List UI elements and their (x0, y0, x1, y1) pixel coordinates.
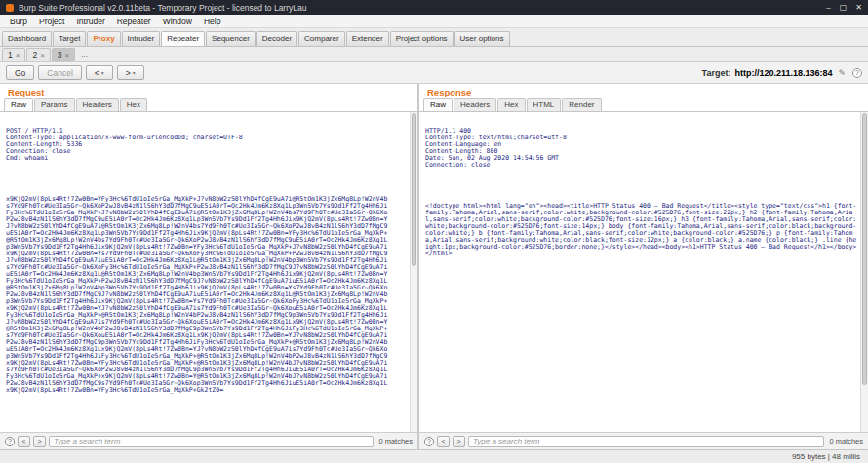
tab-proxy[interactable]: Proxy (87, 31, 120, 46)
response-headers-text: HTTP/1.1 400 Content-Type: text/html;cha… (425, 128, 857, 169)
repeater-tab-1-label: 1 (8, 50, 13, 59)
request-editor-tabs: Raw Params Headers Hex (0, 97, 417, 112)
target-label: Target: (702, 68, 731, 78)
response-tab-headers[interactable]: Headers (454, 98, 496, 111)
request-headers-text: POST / HTTP/1.1 Content-Type: applicatio… (6, 128, 407, 162)
chevron-down-icon: ▾ (133, 69, 136, 76)
window-title: Burp Suite Professional v2.0.11beta - Te… (19, 3, 821, 13)
response-scrollbar-thumb[interactable] (862, 113, 867, 385)
response-tab-raw[interactable]: Raw (423, 98, 453, 111)
tab-extender[interactable]: Extender (346, 31, 389, 46)
repeater-tab-3-label: 3 (58, 50, 62, 59)
burp-suite-window: Burp Suite Professional v2.0.11beta - Te… (0, 0, 868, 463)
search-next-button[interactable]: > (33, 436, 46, 447)
close-tab-icon[interactable]: × (65, 51, 70, 59)
repeater-tab-3[interactable]: 3 × (52, 48, 75, 61)
response-body-text: <!doctype html><html lang="en"><head><ti… (425, 203, 857, 257)
close-button[interactable]: ✕ (855, 3, 862, 12)
tab-project-options[interactable]: Project options (390, 31, 454, 46)
message-panes: Request Raw Params Headers Hex POST / HT… (0, 84, 868, 449)
maximize-button[interactable]: ▢ (840, 3, 848, 12)
cancel-button[interactable]: Cancel (38, 65, 81, 80)
response-search-bar: ? < > 0 matches (419, 432, 868, 449)
help-icon[interactable]: ? (852, 68, 862, 78)
request-pane: Request Raw Params Headers Hex POST / HT… (0, 84, 417, 449)
request-search-bar: ? < > 0 matches (0, 432, 417, 449)
tab-sequencer[interactable]: Sequencer (206, 31, 256, 46)
repeater-tab-2[interactable]: 2 × (26, 48, 50, 61)
response-tab-hex[interactable]: Hex (497, 98, 525, 111)
request-header: Request (0, 84, 417, 97)
menubar: Burp Project Intruder Repeater Window He… (0, 15, 868, 28)
search-help-icon[interactable]: ? (5, 437, 15, 446)
menu-burp[interactable]: Burp (4, 17, 33, 26)
search-next-button[interactable]: > (453, 436, 465, 447)
response-message: HTTP/1.1 400 Content-Type: text/html;cha… (425, 114, 857, 430)
edit-target-icon[interactable]: ✎ (838, 68, 846, 78)
repeater-tab-bar: 1 × 2 × 3 × ... (0, 47, 868, 62)
response-pane: Response Raw Headers Hex HTML Render HTT… (419, 84, 868, 449)
search-prev-button[interactable]: < (18, 436, 30, 447)
main-tab-bar: Dashboard Target Proxy Intruder Repeater… (0, 28, 868, 47)
chevron-down-icon: ▾ (101, 69, 104, 76)
request-body-text: x9KjQ2mV(8pLs4Rt!7Zw0Bn=YFy3Hc%6TdU1oIe5… (6, 196, 407, 394)
repeater-toolbar: Go Cancel < ▾ > ▾ Target: http://120.211… (0, 62, 868, 84)
request-search-input[interactable] (49, 436, 374, 447)
menu-intruder[interactable]: Intruder (70, 17, 110, 26)
minimize-button[interactable]: – (826, 3, 830, 12)
statusbar: 955 bytes | 48 millis (0, 449, 868, 463)
request-tab-params[interactable]: Params (34, 98, 75, 111)
close-tab-icon[interactable]: × (16, 51, 20, 59)
tab-user-options[interactable]: User options (454, 31, 510, 46)
request-message: POST / HTTP/1.1 Content-Type: applicatio… (6, 114, 407, 430)
tab-target[interactable]: Target (53, 31, 86, 46)
response-search-matches: 0 matches (827, 437, 863, 445)
response-search-input[interactable] (468, 436, 824, 447)
titlebar: Burp Suite Professional v2.0.11beta - Te… (0, 0, 868, 15)
tab-intruder[interactable]: Intruder (122, 31, 161, 46)
request-tab-raw[interactable]: Raw (4, 98, 33, 111)
search-help-icon[interactable]: ? (424, 437, 434, 446)
response-tab-html[interactable]: HTML (527, 98, 562, 111)
request-title: Request (8, 87, 44, 97)
burp-app-icon (6, 4, 14, 12)
tab-decoder[interactable]: Decoder (256, 31, 297, 46)
history-forward-label: > (126, 68, 131, 78)
history-back-label: < (95, 68, 99, 78)
history-forward-button[interactable]: > ▾ (117, 65, 144, 80)
request-search-matches: 0 matches (376, 437, 413, 445)
repeater-tab-1[interactable]: 1 × (2, 48, 25, 61)
target-url: http://120.211.18.136:84 (734, 68, 832, 78)
new-repeater-tab-button[interactable]: ... (76, 49, 93, 61)
close-tab-icon[interactable]: × (40, 51, 45, 59)
menu-help[interactable]: Help (198, 17, 226, 26)
request-tab-hex[interactable]: Hex (120, 98, 147, 111)
response-editor-tabs: Raw Headers Hex HTML Render (419, 97, 868, 112)
request-blank-line (6, 175, 407, 182)
response-editor[interactable]: HTTP/1.1 400 Content-Type: text/html;cha… (419, 112, 868, 432)
request-editor[interactable]: POST / HTTP/1.1 Content-Type: applicatio… (0, 112, 417, 432)
response-header: Response (419, 84, 868, 97)
search-prev-button[interactable]: < (437, 436, 450, 447)
response-metrics: 955 bytes | 48 millis (792, 452, 860, 461)
request-scrollbar[interactable] (410, 112, 417, 432)
response-blank-line (425, 182, 857, 189)
go-button[interactable]: Go (6, 65, 34, 80)
menu-window[interactable]: Window (157, 17, 198, 26)
response-tab-render[interactable]: Render (562, 98, 601, 111)
menu-repeater[interactable]: Repeater (111, 17, 157, 26)
tab-repeater[interactable]: Repeater (161, 31, 205, 46)
history-back-button[interactable]: < ▾ (86, 65, 113, 80)
tab-dashboard[interactable]: Dashboard (2, 31, 52, 46)
window-controls: – ▢ ✕ (826, 3, 862, 12)
request-scrollbar-thumb[interactable] (412, 113, 416, 266)
tab-comparer[interactable]: Comparer (298, 31, 345, 46)
repeater-tab-2-label: 2 (32, 50, 37, 59)
response-title: Response (427, 87, 471, 97)
menu-project[interactable]: Project (33, 17, 70, 26)
request-tab-headers[interactable]: Headers (76, 98, 119, 111)
response-scrollbar[interactable] (860, 112, 868, 432)
